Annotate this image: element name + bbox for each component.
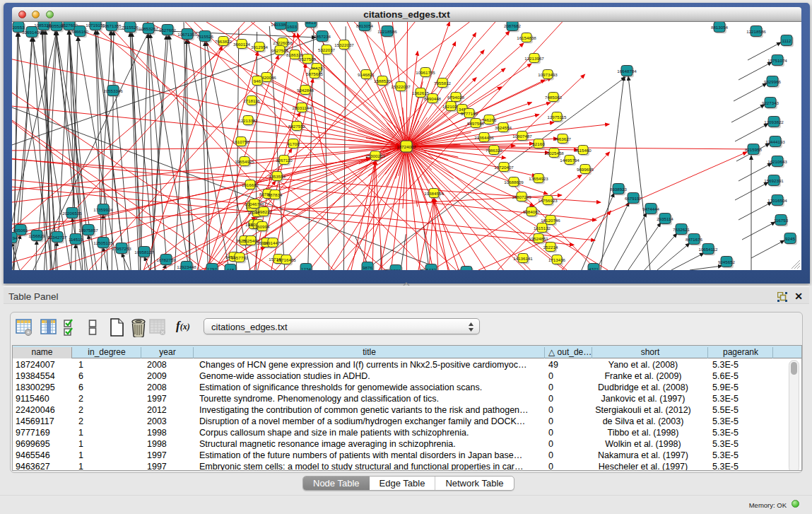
svg-text:9084067: 9084067: [523, 209, 541, 214]
svg-text:114519: 114519: [69, 237, 83, 242]
svg-text:10958127: 10958127: [134, 250, 154, 255]
svg-text:32691406: 32691406: [22, 30, 42, 35]
svg-text:252214: 252214: [543, 245, 558, 250]
svg-text:16210643: 16210643: [767, 159, 787, 164]
svg-text:8427552: 8427552: [288, 124, 306, 129]
svg-text:1713436: 1713436: [548, 257, 566, 262]
svg-text:6794028: 6794028: [447, 95, 465, 100]
svg-text:9777169: 9777169: [461, 111, 478, 116]
svg-text:435061: 435061: [13, 228, 28, 233]
svg-text:15720407: 15720407: [494, 165, 514, 170]
svg-text:17359924: 17359924: [93, 207, 113, 212]
svg-text:7955812: 7955812: [434, 81, 452, 86]
svg-text:1498222: 1498222: [255, 209, 273, 214]
svg-text:7515526: 7515526: [122, 25, 139, 30]
svg-text:12213967: 12213967: [524, 56, 544, 61]
svg-text:4321: 4321: [589, 267, 599, 271]
svg-text:7485063: 7485063: [545, 95, 563, 100]
svg-text:9527508: 9527508: [299, 57, 317, 62]
svg-text:9457791: 9457791: [231, 255, 249, 260]
svg-text:12505135: 12505135: [93, 240, 113, 245]
svg-text:9463627: 9463627: [554, 136, 572, 141]
svg-text:16914479: 16914479: [263, 240, 283, 245]
svg-text:16154838: 16154838: [517, 35, 536, 40]
svg-text:3912954: 3912954: [251, 45, 269, 49]
svg-text:16782759: 16782759: [156, 257, 176, 262]
svg-text:10688609: 10688609: [504, 180, 524, 185]
svg-text:9242848: 9242848: [297, 88, 314, 93]
svg-text:1156829: 1156829: [28, 233, 45, 238]
svg-text:8938923: 8938923: [610, 187, 628, 192]
svg-text:19654925: 19654925: [235, 159, 254, 164]
svg-text:3267110: 3267110: [276, 158, 293, 163]
svg-text:2935114: 2935114: [657, 216, 673, 221]
svg-text:1527602: 1527602: [159, 28, 177, 33]
svg-text:17016504: 17016504: [767, 198, 787, 203]
svg-text:1615132: 1615132: [534, 226, 551, 230]
svg-text:13654923: 13654923: [529, 176, 548, 181]
svg-text:10654112: 10654112: [698, 247, 718, 252]
svg-text:1362615: 1362615: [412, 90, 430, 95]
svg-text:3624554: 3624554: [495, 125, 512, 130]
svg-text:9227343: 9227343: [762, 100, 779, 105]
svg-text:19524851: 19524851: [529, 236, 548, 241]
svg-text:12923448: 12923448: [177, 264, 196, 269]
svg-text:9329966: 9329966: [764, 79, 782, 84]
svg-text:7625402: 7625402: [242, 238, 260, 243]
svg-text:8215958: 8215958: [745, 147, 763, 152]
svg-text:8813054: 8813054: [356, 23, 374, 28]
svg-text:448: 448: [227, 267, 235, 271]
svg-text:1234: 1234: [301, 267, 311, 271]
svg-text:9146821: 9146821: [358, 72, 375, 77]
svg-text:7986322: 7986322: [486, 148, 503, 153]
svg-text:15322037: 15322037: [334, 42, 354, 47]
svg-text:8990448: 8990448: [424, 96, 442, 101]
svg-text:18807249: 18807249: [512, 194, 531, 199]
svg-text:5322037: 5322037: [318, 47, 336, 52]
svg-text:9699695: 9699695: [577, 167, 594, 172]
svg-text:12093822: 12093822: [764, 119, 784, 124]
svg-text:5432: 5432: [426, 267, 436, 271]
svg-text:14136141: 14136141: [513, 256, 533, 261]
svg-text:12218586: 12218586: [377, 29, 397, 34]
svg-text:1610758: 1610758: [233, 139, 250, 144]
svg-text:6679197: 6679197: [625, 196, 642, 201]
svg-text:20553: 20553: [12, 25, 25, 30]
svg-text:8765: 8765: [461, 269, 471, 271]
svg-text:887834: 887834: [268, 192, 283, 197]
svg-text:5875685: 5875685: [306, 71, 324, 76]
svg-text:12444193: 12444193: [765, 139, 785, 144]
svg-text:1603: 1603: [287, 24, 297, 29]
svg-text:16120746: 16120746: [541, 218, 560, 223]
svg-text:3660124: 3660124: [233, 42, 251, 47]
svg-text:7632621: 7632621: [673, 227, 690, 232]
svg-text:9876: 9876: [363, 265, 372, 270]
svg-text:10807487: 10807487: [512, 134, 532, 139]
svg-text:10853267: 10853267: [139, 26, 158, 31]
svg-text:1231: 1231: [391, 268, 401, 271]
svg-text:1112: 1112: [782, 38, 792, 43]
svg-text:7515526: 7515526: [196, 34, 214, 39]
svg-text:9474444: 9474444: [642, 206, 660, 211]
svg-text:12342737: 12342737: [47, 235, 67, 240]
svg-text:16756923: 16756923: [538, 198, 558, 203]
svg-text:2718116: 2718116: [243, 98, 260, 103]
svg-text:9245652: 9245652: [718, 259, 736, 264]
svg-text:2087682: 2087682: [504, 23, 522, 28]
svg-text:10973493: 10973493: [538, 72, 558, 77]
svg-text:10975857: 10975857: [78, 228, 98, 233]
svg-text:41700: 41700: [287, 141, 300, 146]
svg-text:18724007: 18724007: [396, 144, 416, 149]
svg-text:20553346: 20553346: [103, 88, 123, 93]
svg-text:10671355: 10671355: [177, 32, 197, 37]
svg-text:1588520: 1588520: [374, 78, 392, 83]
svg-text:10671355: 10671355: [102, 23, 122, 28]
svg-text:28031144: 28031144: [292, 105, 312, 110]
svg-text:8813054: 8813054: [711, 25, 729, 30]
svg-text:17957253: 17957253: [112, 246, 131, 251]
svg-text:7857234: 7857234: [314, 34, 331, 39]
svg-text:9115460: 9115460: [575, 148, 592, 153]
svg-text:1916682: 1916682: [242, 182, 259, 187]
svg-text:62160: 62160: [532, 141, 545, 146]
svg-text:25300203: 25300203: [365, 153, 385, 158]
